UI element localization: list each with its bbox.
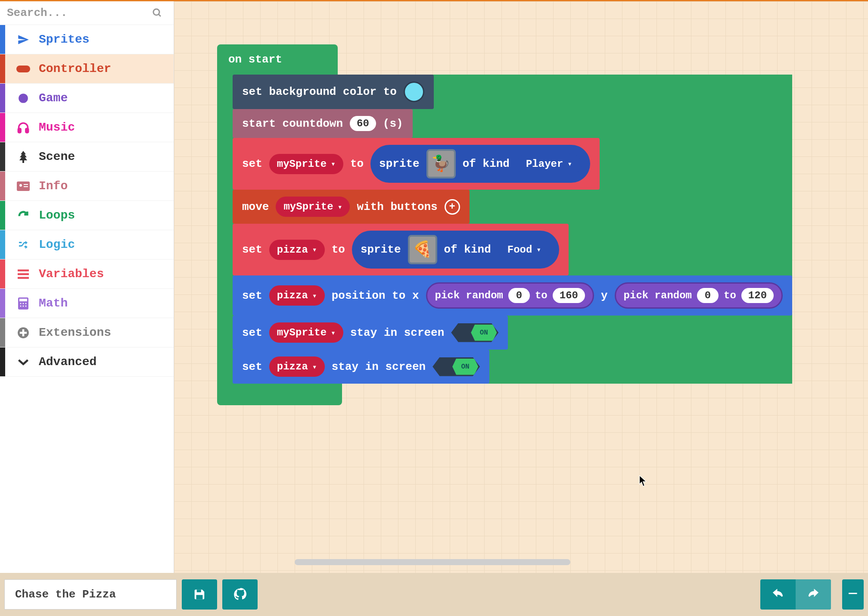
sprite-image-picker[interactable]: 🦆	[426, 149, 456, 178]
pill-text: sprite	[361, 243, 401, 256]
svg-point-20	[23, 305, 24, 306]
svg-point-19	[20, 305, 22, 306]
search-input[interactable]	[7, 6, 148, 19]
svg-rect-9	[24, 184, 28, 185]
sprite-create-pill: sprite 🦆 of kind Player▾	[370, 145, 590, 183]
num-input[interactable]: 160	[553, 288, 585, 303]
num-input[interactable]: 120	[741, 288, 774, 303]
svg-point-21	[25, 305, 27, 306]
cat-extensions[interactable]: Extensions	[0, 318, 174, 347]
block-text: stay in screen	[350, 326, 444, 339]
block-set-position[interactable]: set pizza▾ position to x pick random 0 t…	[233, 275, 792, 316]
var-dropdown[interactable]: mySprite▾	[276, 197, 350, 217]
project-name-input[interactable]	[4, 579, 177, 610]
chevron-down-icon: ▾	[331, 159, 336, 169]
search-icon[interactable]	[148, 8, 167, 18]
block-text: y	[601, 289, 608, 302]
block-text: set	[242, 326, 262, 339]
redo-icon	[14, 210, 33, 222]
cat-loops[interactable]: Loops	[0, 201, 174, 230]
svg-rect-26	[196, 595, 203, 599]
cat-label: Logic	[39, 238, 75, 251]
kind-dropdown[interactable]: Player▾	[516, 154, 582, 174]
block-stay-screen-pizza[interactable]: set pizza▾ stay in screen ON	[233, 350, 489, 384]
cat-game[interactable]: Game	[0, 84, 174, 113]
cat-info[interactable]: Info	[0, 172, 174, 201]
expand-block-icon[interactable]: +	[445, 199, 460, 215]
sidebar: Sprites Controller Game Music	[0, 1, 174, 573]
block-set-bg-color[interactable]: set background color to	[233, 75, 434, 109]
svg-rect-12	[18, 273, 29, 275]
list-icon	[14, 268, 33, 280]
undo-icon	[772, 589, 784, 600]
sprite-image-picker[interactable]: 🍕	[408, 235, 437, 264]
chevron-down-icon: ▾	[312, 291, 317, 300]
chevron-down-icon: ▾	[331, 328, 336, 338]
block-text: start countdown	[242, 117, 343, 130]
cat-label: Variables	[39, 267, 104, 281]
on-start-hat[interactable]: on start	[217, 44, 338, 75]
num-input[interactable]: 0	[508, 288, 530, 303]
svg-point-8	[19, 184, 22, 187]
cat-label: Extensions	[39, 326, 111, 339]
chevron-down-icon	[14, 356, 33, 368]
zoom-out-button[interactable]: −	[842, 579, 864, 610]
toggle-on-off[interactable]: ON	[432, 357, 480, 376]
bottom-toolbar: −	[0, 573, 868, 616]
search-bar	[0, 1, 174, 25]
cat-scene[interactable]: Scene	[0, 142, 174, 172]
chevron-down-icon: ▾	[567, 159, 572, 169]
cat-logic[interactable]: Logic	[0, 230, 174, 260]
save-button[interactable]	[182, 579, 217, 610]
undo-button[interactable]	[760, 579, 796, 610]
chevron-down-icon: ▾	[312, 362, 317, 372]
svg-rect-6	[22, 160, 24, 163]
hat-block-footer[interactable]	[217, 384, 342, 405]
cat-math[interactable]: Math	[0, 289, 174, 318]
pick-random-y[interactable]: pick random 0 to 120	[615, 282, 783, 309]
var-dropdown[interactable]: pizza▾	[269, 285, 325, 306]
var-dropdown[interactable]: pizza▾	[269, 356, 325, 377]
block-move-buttons[interactable]: move mySprite▾ with buttons +	[233, 190, 470, 224]
undo-redo-group	[760, 579, 831, 610]
redo-button[interactable]	[796, 579, 831, 610]
var-dropdown[interactable]: mySprite▾	[269, 154, 343, 174]
block-set-pizza[interactable]: set pizza▾ to sprite 🍕 of kind Food▾	[233, 224, 569, 275]
chevron-down-icon: ▾	[338, 202, 342, 212]
toggle-label: ON	[471, 325, 497, 341]
cat-music[interactable]: Music	[0, 113, 174, 142]
plus-circle-icon	[14, 327, 33, 339]
cat-label: Scene	[39, 150, 75, 163]
cat-sprites[interactable]: Sprites	[0, 25, 174, 54]
cat-label: Info	[39, 179, 68, 193]
shuffle-icon	[14, 239, 33, 251]
var-dropdown[interactable]: pizza▾	[269, 240, 325, 260]
calculator-icon	[14, 297, 33, 310]
pick-random-x[interactable]: pick random 0 to 160	[426, 282, 594, 309]
pill-text: of kind	[444, 243, 491, 256]
toggle-on-off[interactable]: ON	[451, 323, 498, 342]
block-canvas[interactable]: on start set background color to start c…	[174, 1, 868, 573]
var-dropdown[interactable]: mySprite▾	[269, 322, 343, 343]
block-set-mysprite[interactable]: set mySprite▾ to sprite 🦆 of kind Player…	[233, 138, 600, 190]
color-picker[interactable]	[404, 81, 424, 102]
category-list: Sprites Controller Game Music	[0, 25, 174, 573]
block-text: set	[242, 157, 262, 170]
cat-label: Sprites	[39, 33, 90, 46]
cat-advanced[interactable]: Advanced	[0, 347, 174, 377]
block-countdown[interactable]: start countdown 60 (s)	[233, 109, 413, 138]
num-input[interactable]: 0	[697, 288, 719, 303]
main-area: Sprites Controller Game Music	[0, 1, 868, 573]
svg-point-0	[153, 9, 159, 15]
cat-controller[interactable]: Controller	[0, 54, 174, 84]
paper-plane-icon	[14, 34, 33, 46]
horizontal-scrollbar[interactable]	[295, 559, 570, 565]
countdown-value[interactable]: 60	[350, 116, 376, 131]
svg-point-3	[19, 94, 28, 103]
svg-point-18	[25, 303, 27, 304]
github-button[interactable]	[222, 579, 258, 610]
kind-dropdown[interactable]: Food▾	[498, 240, 551, 260]
pill-text: sprite	[379, 157, 420, 170]
block-stay-screen-mysprite[interactable]: set mySprite▾ stay in screen ON	[233, 316, 508, 350]
cat-variables[interactable]: Variables	[0, 260, 174, 289]
